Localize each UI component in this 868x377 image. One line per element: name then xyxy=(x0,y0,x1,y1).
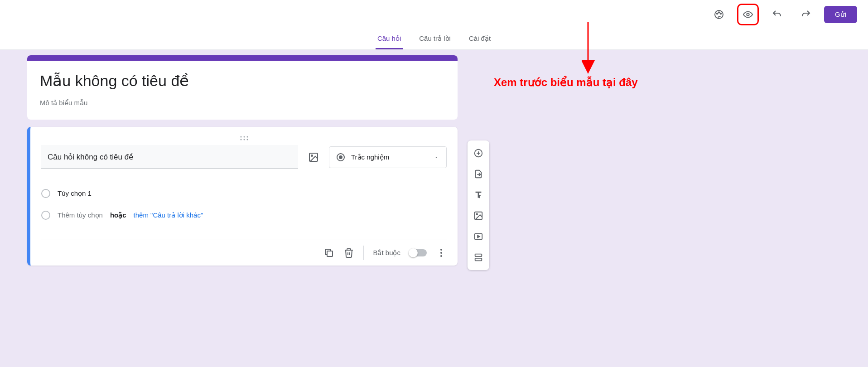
svg-point-15 xyxy=(440,249,442,251)
add-image-button[interactable] xyxy=(307,152,320,163)
text-icon xyxy=(473,190,483,200)
add-question-button[interactable] xyxy=(469,144,487,162)
eye-icon xyxy=(743,9,753,20)
delete-button[interactable] xyxy=(343,247,354,258)
required-label: Bắt buộc xyxy=(373,249,400,257)
footer-divider xyxy=(363,246,364,260)
question-header-row: Trắc nghiệm xyxy=(41,145,447,169)
add-section-button[interactable] xyxy=(469,248,487,266)
add-video-button[interactable] xyxy=(469,227,487,246)
add-title-button[interactable] xyxy=(469,186,487,204)
image-icon xyxy=(308,152,319,163)
import-questions-button[interactable] xyxy=(469,165,487,183)
app-header: Gửi xyxy=(0,0,868,29)
question-type-dropdown[interactable]: Trắc nghiệm xyxy=(329,146,447,168)
option-row-1: Tùy chọn 1 xyxy=(41,183,447,204)
question-type-label: Trắc nghiệm xyxy=(351,153,427,161)
svg-point-13 xyxy=(311,155,313,156)
form-container: Mẫu không có tiêu đề Mô tả biểu mẫu Trắc… xyxy=(27,55,458,266)
svg-point-4 xyxy=(747,13,749,16)
radio-empty-icon xyxy=(41,211,50,220)
svg-point-7 xyxy=(243,136,245,138)
radio-filled-icon xyxy=(337,153,345,161)
add-option-button[interactable]: Thêm tùy chọn xyxy=(58,211,103,219)
svg-rect-14 xyxy=(327,251,333,256)
redo-button[interactable] xyxy=(795,4,817,25)
redo-icon xyxy=(800,9,811,20)
svg-point-3 xyxy=(720,13,721,14)
svg-point-1 xyxy=(717,13,718,14)
plus-circle-icon xyxy=(473,148,483,158)
add-option-row: Thêm tùy chọn hoặc thêm "Câu trả lời khá… xyxy=(41,204,447,226)
svg-point-2 xyxy=(719,12,719,13)
duplicate-button[interactable] xyxy=(323,247,334,258)
question-card[interactable]: Trắc nghiệm Tùy chọn 1 Thêm tùy chọn hoặ… xyxy=(27,127,458,266)
svg-point-9 xyxy=(240,139,241,140)
tab-settings[interactable]: Cài đặt xyxy=(467,29,492,49)
image-icon xyxy=(473,211,483,221)
preview-button[interactable] xyxy=(737,4,759,25)
annotation-text: Xem trước biểu mẫu tại đây xyxy=(494,76,638,89)
video-icon xyxy=(473,232,483,242)
palette-icon xyxy=(714,9,724,20)
form-description[interactable]: Mô tả biểu mẫu xyxy=(40,99,445,107)
svg-point-11 xyxy=(246,139,248,140)
radio-empty-icon xyxy=(41,189,50,198)
undo-icon xyxy=(772,9,782,20)
option-1-text[interactable]: Tùy chọn 1 xyxy=(58,189,92,198)
more-options-button[interactable] xyxy=(436,247,447,258)
svg-point-17 xyxy=(440,255,442,257)
question-footer: Bắt buộc xyxy=(41,240,447,260)
undo-button[interactable] xyxy=(766,4,788,25)
form-workspace: Xem trước biểu mẫu tại đây Mẫu không có … xyxy=(0,50,868,367)
floating-toolbar xyxy=(468,140,489,270)
chevron-down-icon xyxy=(434,155,439,160)
send-button[interactable]: Gửi xyxy=(824,6,857,23)
or-label: hoặc xyxy=(110,211,126,219)
svg-rect-22 xyxy=(475,254,482,257)
svg-point-6 xyxy=(240,136,241,138)
required-toggle[interactable] xyxy=(410,249,427,256)
tab-questions[interactable]: Câu hỏi xyxy=(376,29,403,49)
add-other-button[interactable]: thêm "Câu trả lời khác" xyxy=(134,211,203,219)
svg-rect-23 xyxy=(475,258,482,261)
drag-handle-icon[interactable] xyxy=(41,136,447,140)
svg-point-20 xyxy=(476,213,477,215)
header-actions: Gửi xyxy=(708,4,857,25)
svg-point-16 xyxy=(440,252,442,254)
svg-point-10 xyxy=(243,139,245,140)
tab-responses[interactable]: Câu trả lời xyxy=(417,29,453,49)
form-title[interactable]: Mẫu không có tiêu đề xyxy=(40,72,445,90)
section-icon xyxy=(473,252,483,262)
tabs-bar: Câu hỏi Câu trả lời Cài đặt xyxy=(0,29,868,50)
add-image-button-toolbar[interactable] xyxy=(469,207,487,225)
question-title-input[interactable] xyxy=(41,145,298,169)
form-title-card[interactable]: Mẫu không có tiêu đề Mô tả biểu mẫu xyxy=(27,55,458,120)
svg-point-8 xyxy=(246,136,248,138)
file-import-icon xyxy=(473,169,483,179)
customize-theme-button[interactable] xyxy=(708,4,730,25)
